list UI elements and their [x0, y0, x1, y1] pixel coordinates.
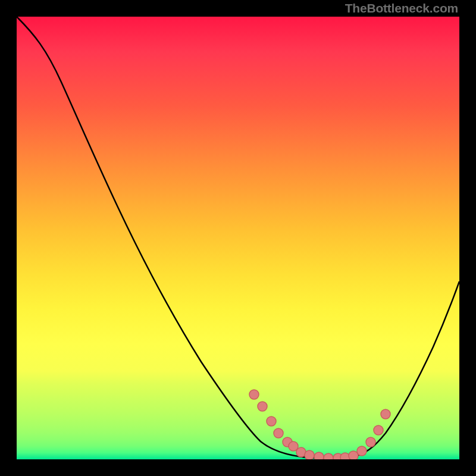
chart-frame [0, 0, 476, 476]
watermark-text: TheBottleneck.com [345, 1, 458, 15]
